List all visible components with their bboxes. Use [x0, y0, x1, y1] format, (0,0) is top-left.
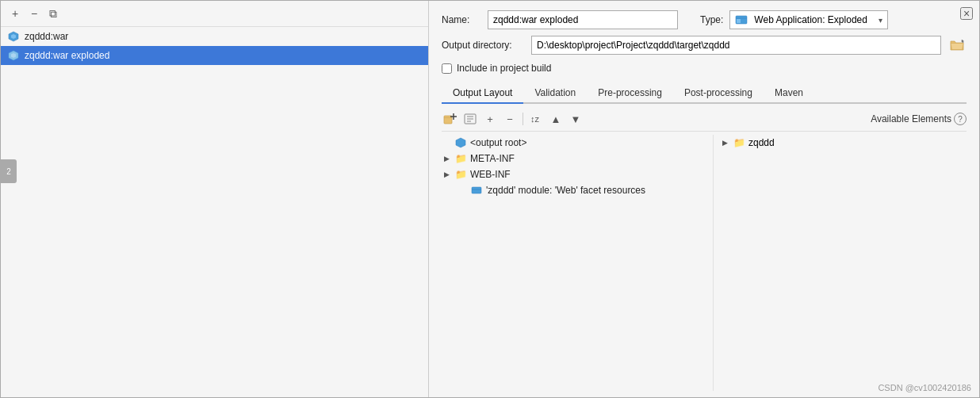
tab-pre-processing[interactable]: Pre-processing [587, 83, 673, 104]
tree-arrow-icon[interactable]: ▶ [720, 138, 729, 147]
war-exploded-icon [7, 49, 20, 62]
war-icon [7, 30, 20, 43]
name-label: Name: [442, 14, 481, 25]
tree-item[interactable]: ▶ 📁 META-INF [442, 151, 706, 166]
content-list-icon [464, 113, 477, 125]
tree-item-label: META-INF [470, 153, 515, 164]
dialog: × + − ⧉ zqddd:war [0, 0, 980, 398]
type-dropdown[interactable]: Web Application: Exploded ▾ [729, 10, 888, 29]
dropdown-arrow-icon: ▾ [879, 16, 882, 25]
output-layout-panel: + − ↕z ▲ ▼ Available Elements ? [429, 107, 979, 397]
available-item-label: zqddd [748, 137, 775, 148]
left-panel: + − ⧉ zqddd:war [1, 1, 429, 397]
type-dropdown-value: Web Application: Exploded [754, 14, 867, 25]
tree-item-label: 'zqddd' module: 'Web' facet resources [486, 185, 645, 196]
svg-rect-6 [737, 19, 741, 23]
include-build-row: Include in project build [442, 63, 967, 74]
folder-browse-icon [950, 39, 964, 52]
type-label: Type: [700, 14, 723, 25]
name-type-row: Name: Type: Web Application: Exploded ▾ [442, 10, 967, 29]
sort-icon: ↕z [530, 113, 542, 125]
tree-item-label: WEB-INF [470, 169, 511, 180]
tree-arrow-icon[interactable]: ▶ [442, 154, 451, 163]
module-facet-icon [470, 184, 483, 197]
add-item-button[interactable]: + [481, 110, 499, 128]
toolbar-separator [523, 113, 523, 125]
tree-item-label: <output root> [470, 137, 526, 148]
name-input[interactable] [488, 10, 678, 29]
web-app-icon [735, 13, 748, 26]
tree-item[interactable]: ▶ <output root> [442, 135, 706, 151]
add-artifact-button[interactable]: + [7, 6, 23, 21]
tab-maven[interactable]: Maven [764, 83, 814, 104]
tab-post-processing[interactable]: Post-processing [673, 83, 764, 104]
include-build-label: Include in project build [457, 63, 551, 74]
move-up-button[interactable]: ▲ [547, 110, 565, 128]
svg-rect-17 [472, 187, 481, 193]
folder-icon: 📁 [454, 168, 467, 181]
tree-arrow-icon[interactable]: ▶ [442, 170, 451, 179]
watermark: CSDN @cv1002420186 [878, 383, 971, 392]
add-element-button[interactable] [442, 110, 459, 128]
list-item[interactable]: zqddd:war [1, 27, 428, 46]
output-dir-label: Output directory: [442, 40, 525, 51]
content-area: ▶ <output root> ▶ 📁 [442, 135, 967, 391]
move-down-button[interactable]: ▼ [567, 110, 584, 128]
close-button[interactable]: × [960, 7, 973, 20]
main-content: + − ⧉ zqddd:war [1, 1, 979, 397]
tab-output-layout[interactable]: Output Layout [442, 83, 523, 104]
sort-button[interactable]: ↕z [527, 110, 545, 128]
folder-icon: 📁 [454, 152, 467, 165]
artifact-list: zqddd:war zqddd:war exploded [1, 27, 428, 397]
folder-icon: 📁 [733, 136, 745, 149]
tabs-bar: Output Layout Validation Pre-processing … [442, 83, 967, 104]
list-item[interactable]: zqddd:war exploded [1, 46, 428, 65]
available-item[interactable]: ▶ 📁 zqddd [720, 135, 967, 151]
tree-item[interactable]: ▶ 'zqddd' module: 'Web' facet resources [442, 182, 706, 198]
available-elements-label: Available Elements [871, 113, 951, 124]
tree-item[interactable]: ▶ 📁 WEB-INF [442, 166, 706, 182]
copy-artifact-button[interactable]: ⧉ [45, 6, 61, 21]
tab-validation[interactable]: Validation [523, 83, 587, 104]
help-icon[interactable]: ? [954, 113, 967, 125]
output-dir-input[interactable] [531, 36, 941, 55]
right-top-section: Name: Type: Web Application: Exploded ▾ [429, 1, 979, 80]
output-dir-row: Output directory: [442, 36, 967, 55]
list-item-label: zqddd:war exploded [25, 50, 109, 61]
remove-item-button[interactable]: − [501, 110, 519, 128]
tree-panel: ▶ <output root> ▶ 📁 [442, 135, 713, 391]
svg-text:↕z: ↕z [530, 114, 540, 124]
list-item-label: zqddd:war [25, 31, 68, 42]
output-toolbar: + − ↕z ▲ ▼ Available Elements ? [442, 107, 967, 132]
available-panel: ▶ 📁 zqddd [713, 135, 967, 391]
show-content-button[interactable] [461, 110, 479, 128]
remove-artifact-button[interactable]: − [26, 6, 42, 21]
right-panel: Name: Type: Web Application: Exploded ▾ [429, 1, 979, 397]
add-folder-icon [443, 112, 457, 126]
left-toolbar: + − ⧉ [1, 1, 428, 27]
output-root-icon [454, 136, 467, 149]
include-build-checkbox[interactable] [442, 63, 452, 74]
side-indicator: 2 [1, 159, 17, 183]
browse-folder-button[interactable] [947, 36, 967, 55]
svg-marker-16 [456, 138, 465, 147]
